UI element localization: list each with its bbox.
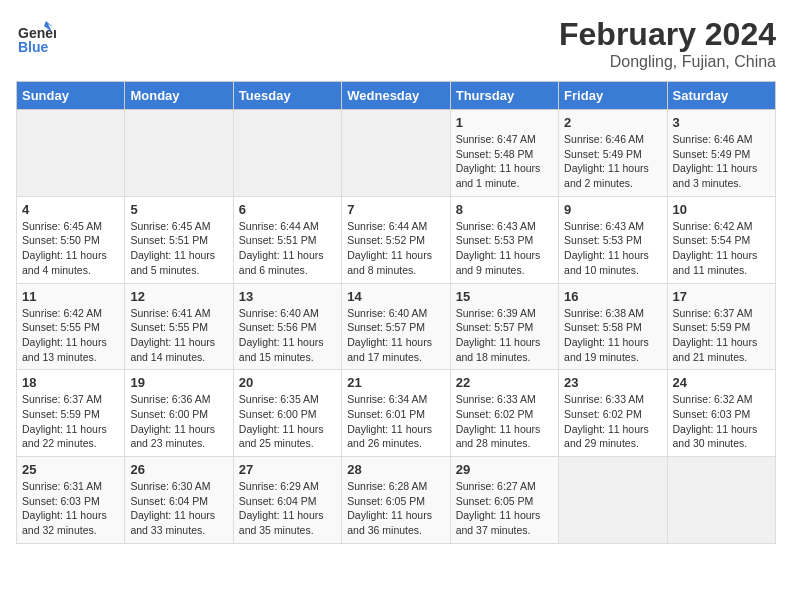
calendar-cell-w3-d6: 16Sunrise: 6:38 AM Sunset: 5:58 PM Dayli… xyxy=(559,283,667,370)
day-info: Sunrise: 6:45 AM Sunset: 5:50 PM Dayligh… xyxy=(22,219,119,278)
page-header: General Blue February 2024 Dongling, Fuj… xyxy=(16,16,776,71)
header-saturday: Saturday xyxy=(667,82,775,110)
day-number: 16 xyxy=(564,289,661,304)
day-number: 25 xyxy=(22,462,119,477)
day-number: 28 xyxy=(347,462,444,477)
calendar-cell-w5-d6 xyxy=(559,457,667,544)
calendar-cell-w5-d4: 28Sunrise: 6:28 AM Sunset: 6:05 PM Dayli… xyxy=(342,457,450,544)
day-number: 15 xyxy=(456,289,553,304)
week-row-2: 4Sunrise: 6:45 AM Sunset: 5:50 PM Daylig… xyxy=(17,196,776,283)
day-info: Sunrise: 6:36 AM Sunset: 6:00 PM Dayligh… xyxy=(130,392,227,451)
day-info: Sunrise: 6:39 AM Sunset: 5:57 PM Dayligh… xyxy=(456,306,553,365)
calendar-cell-w5-d2: 26Sunrise: 6:30 AM Sunset: 6:04 PM Dayli… xyxy=(125,457,233,544)
day-info: Sunrise: 6:38 AM Sunset: 5:58 PM Dayligh… xyxy=(564,306,661,365)
day-number: 21 xyxy=(347,375,444,390)
day-info: Sunrise: 6:46 AM Sunset: 5:49 PM Dayligh… xyxy=(564,132,661,191)
calendar-cell-w1-d3 xyxy=(233,110,341,197)
day-number: 9 xyxy=(564,202,661,217)
day-info: Sunrise: 6:27 AM Sunset: 6:05 PM Dayligh… xyxy=(456,479,553,538)
day-info: Sunrise: 6:42 AM Sunset: 5:54 PM Dayligh… xyxy=(673,219,770,278)
calendar-cell-w3-d2: 12Sunrise: 6:41 AM Sunset: 5:55 PM Dayli… xyxy=(125,283,233,370)
calendar-cell-w1-d4 xyxy=(342,110,450,197)
calendar-cell-w5-d1: 25Sunrise: 6:31 AM Sunset: 6:03 PM Dayli… xyxy=(17,457,125,544)
day-number: 7 xyxy=(347,202,444,217)
day-info: Sunrise: 6:32 AM Sunset: 6:03 PM Dayligh… xyxy=(673,392,770,451)
day-number: 2 xyxy=(564,115,661,130)
day-info: Sunrise: 6:29 AM Sunset: 6:04 PM Dayligh… xyxy=(239,479,336,538)
day-number: 27 xyxy=(239,462,336,477)
header-friday: Friday xyxy=(559,82,667,110)
calendar-cell-w1-d5: 1Sunrise: 6:47 AM Sunset: 5:48 PM Daylig… xyxy=(450,110,558,197)
calendar-cell-w3-d7: 17Sunrise: 6:37 AM Sunset: 5:59 PM Dayli… xyxy=(667,283,775,370)
day-number: 29 xyxy=(456,462,553,477)
day-number: 8 xyxy=(456,202,553,217)
day-info: Sunrise: 6:40 AM Sunset: 5:57 PM Dayligh… xyxy=(347,306,444,365)
day-number: 11 xyxy=(22,289,119,304)
calendar-cell-w2-d4: 7Sunrise: 6:44 AM Sunset: 5:52 PM Daylig… xyxy=(342,196,450,283)
day-number: 20 xyxy=(239,375,336,390)
day-number: 12 xyxy=(130,289,227,304)
day-info: Sunrise: 6:45 AM Sunset: 5:51 PM Dayligh… xyxy=(130,219,227,278)
calendar-cell-w2-d2: 5Sunrise: 6:45 AM Sunset: 5:51 PM Daylig… xyxy=(125,196,233,283)
calendar-cell-w4-d4: 21Sunrise: 6:34 AM Sunset: 6:01 PM Dayli… xyxy=(342,370,450,457)
day-info: Sunrise: 6:37 AM Sunset: 5:59 PM Dayligh… xyxy=(673,306,770,365)
day-info: Sunrise: 6:44 AM Sunset: 5:51 PM Dayligh… xyxy=(239,219,336,278)
calendar-cell-w3-d5: 15Sunrise: 6:39 AM Sunset: 5:57 PM Dayli… xyxy=(450,283,558,370)
logo-icon: General Blue xyxy=(16,16,56,56)
calendar-cell-w2-d1: 4Sunrise: 6:45 AM Sunset: 5:50 PM Daylig… xyxy=(17,196,125,283)
day-info: Sunrise: 6:35 AM Sunset: 6:00 PM Dayligh… xyxy=(239,392,336,451)
calendar-cell-w4-d5: 22Sunrise: 6:33 AM Sunset: 6:02 PM Dayli… xyxy=(450,370,558,457)
week-row-5: 25Sunrise: 6:31 AM Sunset: 6:03 PM Dayli… xyxy=(17,457,776,544)
title-block: February 2024 Dongling, Fujian, China xyxy=(559,16,776,71)
calendar-cell-w2-d5: 8Sunrise: 6:43 AM Sunset: 5:53 PM Daylig… xyxy=(450,196,558,283)
calendar-cell-w1-d6: 2Sunrise: 6:46 AM Sunset: 5:49 PM Daylig… xyxy=(559,110,667,197)
calendar-cell-w5-d7 xyxy=(667,457,775,544)
day-info: Sunrise: 6:34 AM Sunset: 6:01 PM Dayligh… xyxy=(347,392,444,451)
calendar-cell-w1-d7: 3Sunrise: 6:46 AM Sunset: 5:49 PM Daylig… xyxy=(667,110,775,197)
header-monday: Monday xyxy=(125,82,233,110)
svg-text:Blue: Blue xyxy=(18,39,49,55)
day-number: 1 xyxy=(456,115,553,130)
day-number: 5 xyxy=(130,202,227,217)
day-info: Sunrise: 6:43 AM Sunset: 5:53 PM Dayligh… xyxy=(456,219,553,278)
calendar-cell-w5-d3: 27Sunrise: 6:29 AM Sunset: 6:04 PM Dayli… xyxy=(233,457,341,544)
day-number: 18 xyxy=(22,375,119,390)
day-number: 6 xyxy=(239,202,336,217)
header-sunday: Sunday xyxy=(17,82,125,110)
day-info: Sunrise: 6:28 AM Sunset: 6:05 PM Dayligh… xyxy=(347,479,444,538)
week-row-3: 11Sunrise: 6:42 AM Sunset: 5:55 PM Dayli… xyxy=(17,283,776,370)
day-info: Sunrise: 6:42 AM Sunset: 5:55 PM Dayligh… xyxy=(22,306,119,365)
day-info: Sunrise: 6:47 AM Sunset: 5:48 PM Dayligh… xyxy=(456,132,553,191)
calendar-cell-w1-d1 xyxy=(17,110,125,197)
day-number: 17 xyxy=(673,289,770,304)
calendar-cell-w4-d2: 19Sunrise: 6:36 AM Sunset: 6:00 PM Dayli… xyxy=(125,370,233,457)
day-info: Sunrise: 6:46 AM Sunset: 5:49 PM Dayligh… xyxy=(673,132,770,191)
day-info: Sunrise: 6:37 AM Sunset: 5:59 PM Dayligh… xyxy=(22,392,119,451)
page-subtitle: Dongling, Fujian, China xyxy=(559,53,776,71)
day-number: 24 xyxy=(673,375,770,390)
day-number: 14 xyxy=(347,289,444,304)
header-wednesday: Wednesday xyxy=(342,82,450,110)
calendar-cell-w5-d5: 29Sunrise: 6:27 AM Sunset: 6:05 PM Dayli… xyxy=(450,457,558,544)
calendar-cell-w4-d6: 23Sunrise: 6:33 AM Sunset: 6:02 PM Dayli… xyxy=(559,370,667,457)
calendar-cell-w4-d1: 18Sunrise: 6:37 AM Sunset: 5:59 PM Dayli… xyxy=(17,370,125,457)
logo: General Blue xyxy=(16,16,56,56)
day-number: 13 xyxy=(239,289,336,304)
day-number: 26 xyxy=(130,462,227,477)
page-title: February 2024 xyxy=(559,16,776,53)
day-number: 3 xyxy=(673,115,770,130)
day-info: Sunrise: 6:44 AM Sunset: 5:52 PM Dayligh… xyxy=(347,219,444,278)
day-number: 19 xyxy=(130,375,227,390)
calendar-cell-w2-d6: 9Sunrise: 6:43 AM Sunset: 5:53 PM Daylig… xyxy=(559,196,667,283)
header-tuesday: Tuesday xyxy=(233,82,341,110)
day-info: Sunrise: 6:30 AM Sunset: 6:04 PM Dayligh… xyxy=(130,479,227,538)
calendar-cell-w3-d1: 11Sunrise: 6:42 AM Sunset: 5:55 PM Dayli… xyxy=(17,283,125,370)
day-number: 4 xyxy=(22,202,119,217)
calendar-cell-w2-d3: 6Sunrise: 6:44 AM Sunset: 5:51 PM Daylig… xyxy=(233,196,341,283)
day-info: Sunrise: 6:43 AM Sunset: 5:53 PM Dayligh… xyxy=(564,219,661,278)
calendar-cell-w3-d4: 14Sunrise: 6:40 AM Sunset: 5:57 PM Dayli… xyxy=(342,283,450,370)
day-info: Sunrise: 6:33 AM Sunset: 6:02 PM Dayligh… xyxy=(456,392,553,451)
calendar-cell-w3-d3: 13Sunrise: 6:40 AM Sunset: 5:56 PM Dayli… xyxy=(233,283,341,370)
header-thursday: Thursday xyxy=(450,82,558,110)
calendar-cell-w2-d7: 10Sunrise: 6:42 AM Sunset: 5:54 PM Dayli… xyxy=(667,196,775,283)
